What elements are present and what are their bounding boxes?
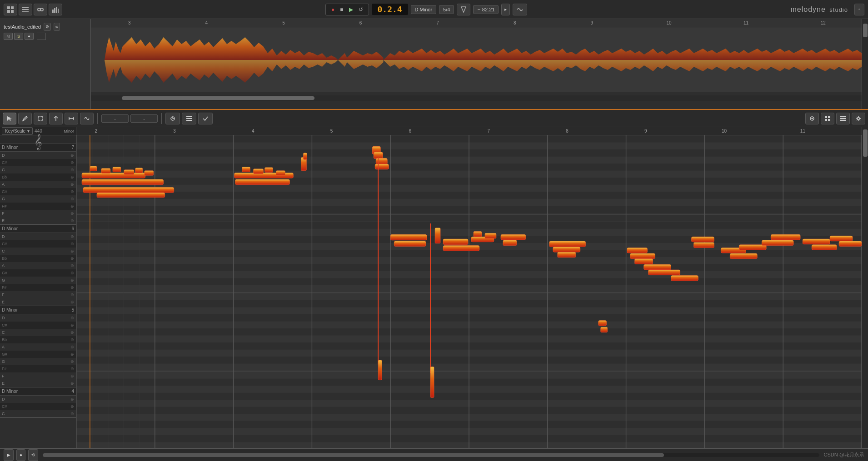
key-d5[interactable]: D⊕ bbox=[0, 314, 76, 322]
key-display[interactable]: D Minor bbox=[411, 5, 437, 14]
key-cs6[interactable]: C#⊕ bbox=[0, 240, 76, 248]
key-fs7[interactable]: F#⊕ bbox=[0, 203, 76, 210]
svg-rect-121 bbox=[693, 243, 714, 248]
app-edition: studio bbox=[829, 6, 848, 13]
settings-btn[interactable] bbox=[852, 113, 865, 124]
bottom-loop-btn[interactable]: ⟲ bbox=[28, 449, 38, 461]
chart-btn[interactable] bbox=[49, 4, 62, 15]
power-btn[interactable]: ● bbox=[25, 33, 34, 40]
mute-btn[interactable]: M bbox=[4, 33, 13, 40]
key-g7[interactable]: G⊕ bbox=[0, 195, 76, 203]
loop-btn[interactable]: ↺ bbox=[357, 5, 365, 14]
quantize-select-2[interactable]: - bbox=[130, 114, 158, 123]
track-settings-btn[interactable]: ⚙ bbox=[44, 23, 51, 31]
svg-rect-86 bbox=[145, 171, 154, 176]
waveform-scrollbar-thumb[interactable] bbox=[122, 96, 314, 100]
key-f6[interactable]: F⊕ bbox=[0, 291, 76, 298]
time-sig-display[interactable]: 5/4 bbox=[439, 5, 454, 14]
bottom-play-btn[interactable]: ▶ bbox=[4, 449, 14, 461]
tool-time-stretch[interactable] bbox=[65, 113, 78, 124]
key-e7[interactable]: E⊕ bbox=[0, 217, 76, 224]
tool-select-rect[interactable] bbox=[34, 113, 47, 124]
grid-btn[interactable] bbox=[4, 4, 17, 15]
svg-rect-123 bbox=[730, 253, 757, 259]
key-fs6[interactable]: F#⊕ bbox=[0, 284, 76, 291]
key-a7[interactable]: A⊕ bbox=[0, 181, 76, 188]
quantize-pitch-btn[interactable] bbox=[165, 113, 180, 124]
svg-rect-80 bbox=[82, 179, 164, 185]
quantize-time-btn[interactable] bbox=[182, 113, 196, 124]
key-cs4[interactable]: C#⊕ bbox=[0, 403, 76, 410]
metronome-btn[interactable] bbox=[457, 4, 470, 15]
svg-rect-105 bbox=[443, 246, 479, 251]
key-g5[interactable]: G⊕ bbox=[0, 358, 76, 365]
link-btn[interactable] bbox=[34, 4, 47, 15]
waveform-vscroll[interactable] bbox=[862, 19, 868, 109]
svg-rect-26 bbox=[186, 120, 192, 121]
quantize-select-1[interactable]: - bbox=[101, 114, 129, 123]
svg-rect-136 bbox=[430, 367, 434, 397]
tempo-arrow-btn[interactable]: ▸ bbox=[501, 4, 510, 15]
svg-rect-31 bbox=[825, 119, 827, 121]
clef-area: 𝄞 bbox=[0, 135, 76, 144]
key-c4[interactable]: C⊕ bbox=[0, 410, 76, 417]
key-gs6[interactable]: G#⊕ bbox=[0, 269, 76, 277]
bottom-rec-btn[interactable]: ● bbox=[16, 449, 25, 461]
tool-pencil[interactable] bbox=[18, 113, 32, 124]
correct-pitch-btn[interactable] bbox=[198, 113, 213, 124]
octave-4-key-label: D Minor bbox=[2, 389, 18, 394]
key-c7[interactable]: C⊕ bbox=[0, 166, 76, 173]
ruler-mark-12: 12 bbox=[821, 20, 826, 25]
view-btn-2[interactable] bbox=[821, 113, 834, 124]
key-a5[interactable]: A⊕ bbox=[0, 343, 76, 351]
key-bb6[interactable]: Bb⊕ bbox=[0, 255, 76, 262]
tool-pitch[interactable] bbox=[49, 113, 63, 124]
note-ruler-4: 4 bbox=[252, 129, 254, 134]
key-e5[interactable]: E⊕ bbox=[0, 380, 76, 387]
key-d7[interactable]: D⊕ bbox=[0, 152, 76, 159]
solo-btn[interactable]: S bbox=[14, 33, 23, 40]
list-btn[interactable] bbox=[19, 4, 32, 15]
key-cs5[interactable]: C#⊕ bbox=[0, 322, 76, 329]
key-d4[interactable]: D⊕ bbox=[0, 396, 76, 403]
waveform-svg bbox=[91, 28, 862, 92]
tool-formant[interactable] bbox=[80, 113, 94, 124]
view-btn-3[interactable] bbox=[836, 113, 850, 124]
key-g6[interactable]: G⊕ bbox=[0, 277, 76, 284]
key-scale-label[interactable]: Key/Scale ▾ bbox=[2, 127, 33, 135]
key-fs5[interactable]: F#⊕ bbox=[0, 365, 76, 372]
stop-btn[interactable]: ■ bbox=[338, 5, 345, 14]
track-link-btn[interactable]: ∞ bbox=[54, 23, 60, 31]
key-e6[interactable]: E⊕ bbox=[0, 298, 76, 306]
tool-pointer[interactable] bbox=[3, 113, 16, 124]
bottom-scrollbar[interactable] bbox=[43, 453, 819, 457]
key-d6[interactable]: D⊕ bbox=[0, 233, 76, 240]
piano-roll-vscroll[interactable] bbox=[862, 127, 868, 448]
key-gs7[interactable]: G#⊕ bbox=[0, 188, 76, 195]
key-f7[interactable]: F⊕ bbox=[0, 210, 76, 217]
svg-rect-130 bbox=[839, 241, 862, 247]
key-cs7[interactable]: C#⊕ bbox=[0, 159, 76, 166]
key-c6[interactable]: C⊕ bbox=[0, 248, 76, 255]
key-c5[interactable]: C⊕ bbox=[0, 329, 76, 336]
svg-rect-103 bbox=[435, 228, 440, 243]
svg-rect-117 bbox=[644, 264, 671, 270]
key-bb5[interactable]: Bb⊕ bbox=[0, 336, 76, 343]
position-display: 0.2.4 bbox=[372, 4, 408, 15]
track-checkbox[interactable] bbox=[37, 33, 46, 40]
key-gs5[interactable]: G#⊕ bbox=[0, 351, 76, 358]
ruler-mark-10: 10 bbox=[666, 20, 671, 25]
piano-roll-vscroll-thumb bbox=[863, 129, 868, 157]
window-menu-btn[interactable]: ▫ bbox=[854, 4, 864, 15]
play-btn[interactable]: ▶ bbox=[347, 5, 355, 14]
record-btn[interactable]: ● bbox=[329, 5, 336, 14]
svg-rect-5 bbox=[22, 9, 29, 10]
key-f5[interactable]: F⊕ bbox=[0, 372, 76, 380]
waveform-scrollbar[interactable] bbox=[91, 95, 862, 101]
svg-rect-29 bbox=[825, 116, 827, 118]
pitch-btn[interactable] bbox=[513, 4, 527, 15]
note-ruler-10: 10 bbox=[722, 129, 727, 134]
view-btn-1[interactable] bbox=[805, 113, 819, 124]
key-b7[interactable]: Bb⊕ bbox=[0, 173, 76, 181]
key-a6[interactable]: A⊕ bbox=[0, 262, 76, 269]
